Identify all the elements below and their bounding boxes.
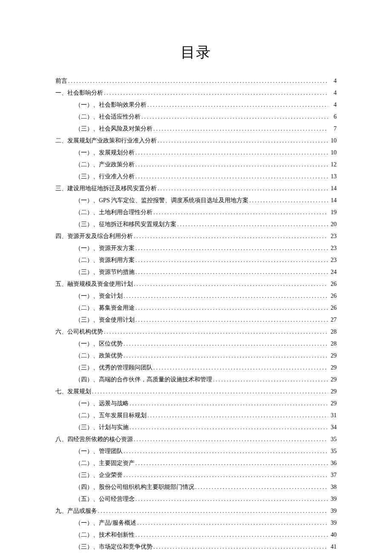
toc-entry-text: （一）、远景与战略 — [75, 398, 129, 410]
toc-entry: 八、四经营所依赖的核心资源35 — [55, 433, 337, 445]
toc-leader-dots — [92, 553, 328, 555]
toc-entry-text: （一）、管理团队 — [75, 445, 123, 457]
toc-leader-dots — [135, 255, 328, 266]
toc-entry: （二）、社会适应性分析6 — [55, 111, 337, 123]
toc-entry-page: 10 — [329, 147, 337, 159]
toc-entry-page: 26 — [329, 290, 337, 302]
toc-entry-text: （二）、政策优势 — [75, 350, 123, 362]
toc-entry-page: 41 — [329, 553, 337, 555]
toc-entry-page: 31 — [329, 410, 337, 421]
toc-entry: （一）、社会影响效果分析4 — [55, 99, 337, 111]
toc-entry-page: 28 — [329, 338, 337, 350]
toc-entry-page: 35 — [329, 445, 337, 457]
toc-entry-page: 6 — [329, 111, 337, 123]
toc-entry-page: 13 — [329, 171, 337, 183]
document-page: 目录 前言4一、社会影响分析4（一）、社会影响效果分析4（二）、社会适应性分析6… — [0, 0, 392, 555]
toc-entry: （二）、政策优势29 — [55, 350, 337, 362]
toc-leader-dots — [98, 506, 328, 517]
toc-entry: （一）、资源开发方案23 — [55, 242, 337, 254]
toc-entry-text: （三）、行业准入分析 — [75, 171, 135, 183]
toc-entry-text: （三）、计划与实施 — [75, 421, 129, 433]
toc-entry-text: （四）、高端的合作伙伴，高质量的设施技术和管理 — [75, 374, 212, 386]
toc-leader-dots — [135, 494, 328, 505]
toc-leader-dots — [153, 207, 328, 218]
toc-entry: 前言4 — [55, 75, 337, 87]
toc-entry-page: 39 — [329, 505, 337, 517]
toc-entry-page: 29 — [329, 398, 337, 410]
toc-entry-text: （一）、社会影响效果分析 — [75, 99, 147, 111]
toc-entry-text: 十、团队介绍 — [55, 553, 91, 555]
toc-entry: （三）、资金使用计划27 — [55, 314, 337, 326]
toc-entry-page: 39 — [329, 517, 337, 529]
toc-entry-page: 23 — [329, 254, 337, 266]
toc-entry-page: 10 — [329, 135, 337, 147]
toc-entry: 三、建设用地征地拆迁及移民安置分析14 — [55, 183, 337, 195]
toc-entry: （一）、远景与战略29 — [55, 398, 337, 410]
toc-leader-dots — [135, 267, 328, 278]
toc-entry-text: 二、发展规划产业政策和行业准入分析 — [55, 135, 157, 147]
toc-entry-text: （五）、公司经营理念 — [75, 493, 135, 505]
toc-entry-page: 4 — [329, 99, 337, 111]
toc-entry: （三）、企业荣誉37 — [55, 469, 337, 481]
toc-leader-dots — [135, 314, 328, 325]
toc-entry-text: 一、社会影响分析 — [55, 87, 103, 99]
toc-leader-dots — [135, 458, 328, 469]
toc-entry-text: （一）、区位优势 — [75, 338, 123, 350]
toc-entry-text: （一）、资源开发方案 — [75, 242, 135, 254]
toc-entry: 五、融资规模及资金使用计划26 — [55, 278, 337, 290]
toc-entry: 十、团队介绍41 — [55, 553, 337, 555]
toc-entry-page: 14 — [329, 195, 337, 206]
toc-entry: （一）、GPS 汽车定位、监控报警、调度系统项目选址及用地方案14 — [55, 195, 337, 206]
toc-leader-dots — [135, 243, 328, 254]
toc-leader-dots — [104, 87, 328, 99]
toc-leader-dots — [135, 147, 328, 158]
toc-leader-dots — [134, 279, 328, 290]
toc-leader-dots — [153, 123, 328, 134]
toc-entry-text: （三）、资金使用计划 — [75, 314, 135, 326]
toc-entry-page: 28 — [329, 326, 337, 338]
toc-entry: 一、社会影响分析4 — [55, 87, 337, 99]
toc-entry-page: 7 — [329, 123, 337, 135]
toc-entry: （二）、土地利用合理性分析19 — [55, 206, 337, 218]
toc-leader-dots — [130, 422, 328, 433]
toc-entry: （三）、征地拆迁和移民安置规划方案20 — [55, 218, 337, 230]
toc-entry-page: 29 — [329, 362, 337, 374]
toc-leader-dots — [153, 362, 328, 373]
toc-entry-page: 20 — [329, 218, 337, 230]
toc-leader-dots — [92, 386, 328, 397]
toc-entry-page: 37 — [329, 469, 337, 481]
toc-entry-text: （三）、社会风险及对策分析 — [75, 123, 153, 135]
toc-entry-text: （一）、资金计划 — [75, 290, 123, 302]
toc-leader-dots — [124, 470, 328, 481]
toc-entry-text: （一）、发展规划分析 — [75, 147, 135, 159]
toc-entry: 九、产品或服务39 — [55, 505, 337, 517]
toc-entry: （三）、社会风险及对策分析7 — [55, 123, 337, 135]
toc-entry: （二）、资源利用方案23 — [55, 254, 337, 266]
toc-leader-dots — [124, 350, 328, 361]
toc-entry: （一）、区位优势28 — [55, 338, 337, 350]
toc-entry-text: （二）、资源利用方案 — [75, 254, 135, 266]
toc-entry: （三）、优秀的管理顾问团队29 — [55, 362, 337, 374]
toc-entry-text: 四、资源开发及综合利用分析 — [55, 230, 133, 242]
toc-entry-text: （二）、社会适应性分析 — [75, 111, 141, 123]
toc-leader-dots — [134, 231, 328, 242]
toc-entry-page: 35 — [329, 433, 337, 445]
toc-entry: （二）、五年发展目标规划31 — [55, 410, 337, 421]
toc-leader-dots — [135, 171, 328, 182]
toc-entry: （一）、资金计划26 — [55, 290, 337, 302]
toc-leader-dots — [130, 398, 328, 409]
toc-entry-page: 38 — [329, 481, 337, 493]
toc-entry-page: 12 — [329, 159, 337, 171]
toc-entry: （一）、管理团队35 — [55, 445, 337, 457]
toc-entry-text: 五、融资规模及资金使用计划 — [55, 278, 133, 290]
toc-entry-text: （三）、市场定位和竞争优势 — [75, 541, 153, 553]
toc-entry-text: （二）、技术和创新性 — [75, 529, 135, 541]
toc-leader-dots — [177, 219, 328, 230]
toc-entry-text: （二）、募集资金用途 — [75, 302, 135, 314]
toc-entry: （二）、募集资金用途26 — [55, 302, 337, 314]
toc-entry-page: 23 — [329, 230, 337, 242]
toc-entry-text: 八、四经营所依赖的核心资源 — [55, 433, 133, 445]
toc-entry-text: 七、发展规划 — [55, 386, 91, 398]
toc-entry-page: 29 — [329, 386, 337, 398]
toc-entry: （一）、发展规划分析10 — [55, 147, 337, 159]
